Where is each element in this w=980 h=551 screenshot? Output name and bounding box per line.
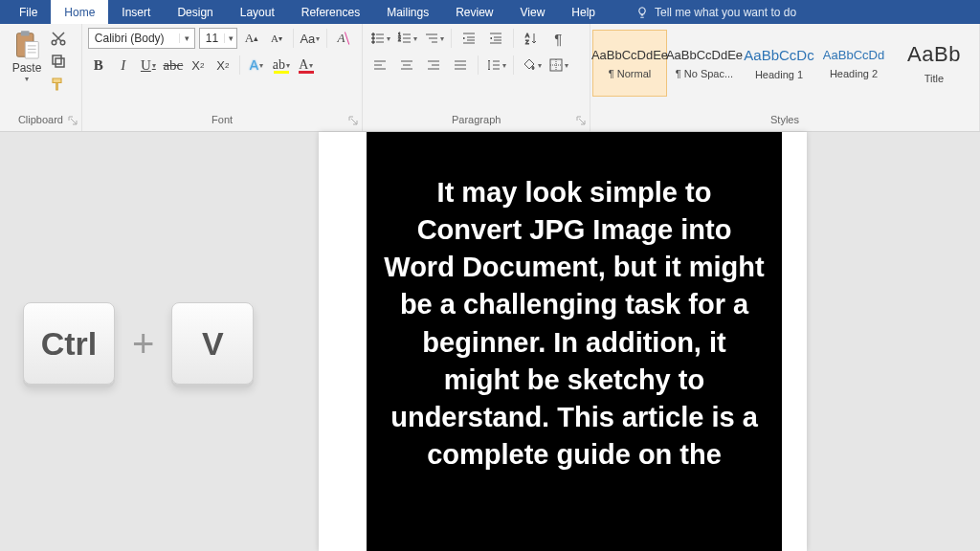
svg-rect-2 — [25, 42, 38, 59]
svg-text:Z: Z — [525, 39, 529, 45]
bullets-button[interactable]: ▾ — [368, 28, 391, 49]
font-size-combo[interactable]: 11▾ — [199, 28, 237, 49]
line-spacing-button[interactable]: ▾ — [484, 55, 507, 76]
align-left-button[interactable] — [368, 55, 391, 76]
numbering-button[interactable]: 12▾ — [395, 28, 418, 49]
tab-references[interactable]: References — [288, 0, 373, 24]
tab-view[interactable]: View — [507, 0, 559, 24]
style-no-spacing[interactable]: AaBbCcDdEe ¶ No Spac... — [667, 30, 742, 97]
borders-button[interactable]: ▾ — [546, 55, 569, 76]
shortcut-overlay: Ctrl + V — [23, 302, 254, 385]
copy-icon[interactable] — [50, 53, 67, 70]
strikethrough-button[interactable]: abc — [163, 55, 184, 76]
svg-point-11 — [372, 37, 375, 40]
chevron-down-icon: ▾ — [179, 33, 194, 43]
group-paragraph: ▾ 12▾ ▾ AZ ¶ ▾ — [363, 24, 590, 131]
dialog-launcher-icon[interactable] — [576, 116, 586, 125]
tab-home[interactable]: Home — [51, 0, 108, 24]
font-color-button[interactable]: A▾ — [296, 55, 317, 76]
tab-layout[interactable]: Layout — [227, 0, 288, 24]
group-label-styles: Styles — [590, 114, 979, 131]
show-paragraph-marks-button[interactable]: ¶ — [546, 28, 569, 49]
tell-me-label: Tell me what you want to do — [655, 6, 796, 19]
decrease-font-size-button[interactable]: A▾ — [266, 28, 287, 49]
style-heading-1[interactable]: AaBbCcDc Heading 1 — [742, 30, 816, 97]
tab-insert[interactable]: Insert — [108, 0, 164, 24]
style-normal[interactable]: AaBbCcDdEe ¶ Normal — [592, 30, 667, 97]
underline-button[interactable]: U▾ — [138, 55, 159, 76]
group-label-paragraph: Paragraph — [363, 114, 590, 131]
format-painter-icon[interactable] — [50, 76, 67, 93]
svg-rect-9 — [53, 55, 61, 64]
sort-button[interactable]: AZ — [520, 28, 543, 49]
dialog-launcher-icon[interactable] — [68, 116, 78, 125]
text-effects-button[interactable]: A▾ — [246, 55, 267, 76]
svg-rect-1 — [21, 31, 30, 35]
tab-help[interactable]: Help — [558, 0, 609, 24]
change-case-button[interactable]: Aa▾ — [300, 28, 321, 49]
superscript-button[interactable]: X2 — [212, 55, 234, 76]
chevron-down-icon: ▾ — [224, 33, 236, 43]
group-label-font: Font — [82, 114, 363, 131]
style-title[interactable]: AaBb Title — [891, 30, 977, 97]
decrease-indent-button[interactable] — [457, 28, 480, 49]
cut-icon[interactable] — [50, 30, 67, 47]
bold-button[interactable]: B — [88, 55, 109, 76]
key-v: V — [171, 302, 254, 385]
group-styles: AaBbCcDdEe ¶ Normal AaBbCcDdEe ¶ No Spac… — [590, 24, 980, 131]
group-label-clipboard: Clipboard — [0, 114, 81, 131]
chevron-down-icon[interactable]: ▾ — [6, 75, 48, 83]
svg-rect-8 — [56, 58, 64, 67]
highlight-color-button[interactable]: ab▾ — [271, 55, 292, 76]
font-name-combo[interactable]: Calibri (Body)▾ — [88, 28, 195, 49]
paste-label: Paste — [6, 61, 48, 75]
menu-bar: File Home Insert Design Layout Reference… — [0, 0, 980, 24]
tab-file[interactable]: File — [0, 0, 51, 24]
increase-indent-button[interactable] — [484, 28, 507, 49]
shading-button[interactable]: ▾ — [520, 55, 543, 76]
tab-design[interactable]: Design — [164, 0, 226, 24]
tell-me-search[interactable]: Tell me what you want to do — [624, 0, 808, 24]
style-gallery: AaBbCcDdEe ¶ Normal AaBbCcDdEe ¶ No Spac… — [592, 30, 977, 97]
svg-text:2: 2 — [398, 36, 401, 42]
clipboard-icon — [13, 30, 40, 60]
clear-formatting-button[interactable]: A⧹ — [333, 28, 354, 49]
subscript-button[interactable]: X2 — [188, 55, 209, 76]
key-ctrl: Ctrl — [23, 302, 115, 385]
tab-mailings[interactable]: Mailings — [373, 0, 442, 24]
tab-review[interactable]: Review — [442, 0, 506, 24]
align-right-button[interactable] — [422, 55, 445, 76]
page: It may look simple to Convert JPG Image … — [319, 132, 807, 551]
group-clipboard: Paste ▾ Clipboard — [0, 24, 82, 131]
ribbon: Paste ▾ Clipboard Calibri (Body)▾ — [0, 24, 980, 132]
plus-icon: + — [132, 322, 154, 365]
increase-font-size-button[interactable]: A▴ — [241, 28, 262, 49]
paste-button[interactable]: Paste ▾ — [6, 28, 48, 83]
multilevel-list-button[interactable]: ▾ — [422, 28, 445, 49]
document-text: It may look simple to Convert JPG Image … — [367, 132, 782, 551]
justify-button[interactable] — [449, 55, 472, 76]
svg-point-10 — [372, 33, 375, 36]
style-heading-2[interactable]: AaBbCcDd Heading 2 — [816, 30, 891, 97]
dialog-launcher-icon[interactable] — [348, 116, 358, 125]
italic-button[interactable]: I — [113, 55, 134, 76]
group-font: Calibri (Body)▾ 11▾ A▴ A▾ Aa▾ A⧹ B I U▾ — [82, 24, 364, 131]
svg-text:A: A — [525, 33, 529, 38]
align-center-button[interactable] — [395, 55, 418, 76]
svg-point-12 — [372, 41, 375, 44]
lightbulb-icon — [635, 6, 649, 19]
